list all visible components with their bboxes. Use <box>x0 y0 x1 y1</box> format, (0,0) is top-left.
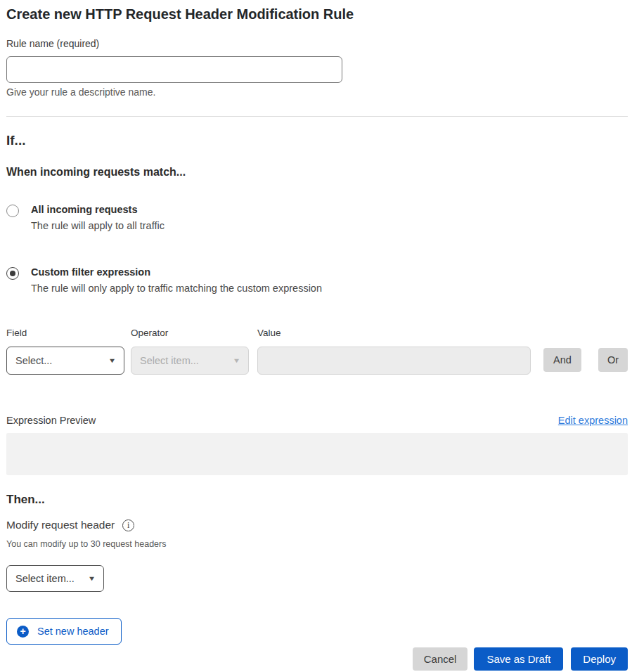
rule-name-input[interactable] <box>6 56 342 83</box>
save-as-draft-button[interactable]: Save as Draft <box>474 647 563 671</box>
set-new-header-button[interactable]: + Set new header <box>6 618 122 645</box>
modify-header-label: Modify request header <box>6 519 115 531</box>
or-button-wrap: Or <box>581 348 628 372</box>
rule-name-label: Rule name (required) <box>6 38 628 49</box>
value-column: Value <box>257 328 531 375</box>
field-select[interactable]: Select... ▼ <box>6 347 124 375</box>
radio-option-description: The rule will only apply to traffic matc… <box>31 283 322 295</box>
page-title: Create new HTTP Request Header Modificat… <box>6 6 628 22</box>
radio-button-icon[interactable] <box>6 205 19 217</box>
chevron-down-icon: ▼ <box>233 357 241 364</box>
expression-preview-box <box>6 433 628 475</box>
set-new-header-label: Set new header <box>37 626 109 637</box>
create-rule-form: Create new HTTP Request Header Modificat… <box>0 0 632 672</box>
if-heading: If... <box>6 133 628 148</box>
then-heading: Then... <box>6 493 628 507</box>
edit-expression-link[interactable]: Edit expression <box>558 415 628 426</box>
radio-option-texts: Custom filter expression The rule will o… <box>31 266 322 295</box>
radio-custom-filter-expression[interactable]: Custom filter expression The rule will o… <box>6 266 628 295</box>
radio-option-texts: All incoming requests The rule will appl… <box>31 204 165 232</box>
chevron-down-icon: ▼ <box>88 575 96 582</box>
match-subheading: When incoming requests match... <box>6 165 628 179</box>
expression-preview-label: Expression Preview <box>6 415 96 426</box>
value-label: Value <box>257 328 531 338</box>
field-select-value: Select... <box>15 355 52 366</box>
header-action-select-value: Select item... <box>15 573 75 584</box>
operator-select[interactable]: Select item... ▼ <box>131 347 249 375</box>
field-column: Field Select... ▼ <box>6 328 124 375</box>
radio-all-incoming-requests[interactable]: All incoming requests The rule will appl… <box>6 204 628 232</box>
modify-header-row: Modify request header i <box>6 519 628 531</box>
plus-circle-icon: + <box>17 626 29 638</box>
cancel-button[interactable]: Cancel <box>413 647 468 671</box>
radio-option-label: All incoming requests <box>31 204 165 216</box>
and-button-wrap: And <box>543 348 581 372</box>
header-action-select[interactable]: Select item... ▼ <box>6 565 104 592</box>
chevron-down-icon: ▼ <box>108 357 117 364</box>
radio-button-icon[interactable] <box>6 267 19 280</box>
or-button[interactable]: Or <box>598 348 628 372</box>
rule-name-helper: Give your rule a descriptive name. <box>6 87 628 98</box>
operator-column: Operator Select item... ▼ <box>131 328 249 375</box>
header-count-helper: You can modify up to 30 request headers <box>6 539 628 549</box>
expression-preview-header: Expression Preview Edit expression <box>6 415 628 426</box>
field-label: Field <box>6 328 124 338</box>
value-input[interactable] <box>257 347 531 375</box>
radio-option-label: Custom filter expression <box>31 266 322 278</box>
section-divider <box>6 116 628 117</box>
and-button[interactable]: And <box>543 348 581 372</box>
deploy-button[interactable]: Deploy <box>571 647 628 671</box>
info-icon[interactable]: i <box>122 519 134 531</box>
operator-select-value: Select item... <box>140 355 199 366</box>
operator-label: Operator <box>131 328 249 338</box>
footer-actions: Cancel Save as Draft Deploy <box>6 647 628 671</box>
radio-option-description: The rule will apply to all traffic <box>31 220 165 232</box>
expression-builder-row: Field Select... ▼ Operator Select item..… <box>6 328 628 375</box>
